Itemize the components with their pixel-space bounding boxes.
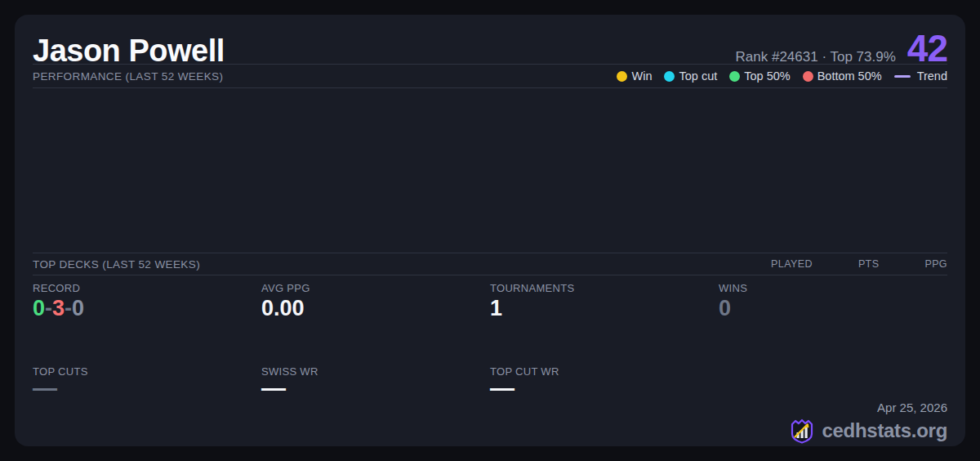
stat-label: RECORD <box>33 282 261 294</box>
legend-item-bottom50: Bottom 50% <box>803 69 882 83</box>
record-separator: - <box>45 296 52 320</box>
stat-top-cut-wr: TOP CUT WR — <box>490 365 719 446</box>
top-decks-section-title: TOP DECKS (LAST 52 WEEKS) <box>33 258 200 271</box>
column-header-ppg: PPG <box>924 258 947 270</box>
topcut-dot-icon <box>664 71 675 82</box>
stat-top-cuts: TOP CUTS — <box>33 365 261 446</box>
record-draws: 0 <box>72 296 84 320</box>
stat-label: AVG PPG <box>261 282 490 294</box>
chart-legend: Win Top cut Top 50% Bottom 50% Trend <box>617 69 947 83</box>
column-header-played: PLAYED <box>771 258 813 270</box>
win-dot-icon <box>617 71 627 82</box>
avg-ppg-value: 0.00 <box>261 297 490 321</box>
record-separator: - <box>65 296 72 320</box>
stat-record: RECORD 0-3-0 <box>33 282 261 360</box>
legend-label: Top 50% <box>744 69 790 83</box>
performance-chart-area <box>33 88 947 253</box>
top50-dot-icon <box>729 71 740 82</box>
legend-item-top50: Top 50% <box>729 69 790 83</box>
top-cuts-value: — <box>33 376 261 401</box>
legend-label: Win <box>631 69 652 83</box>
top-cut-wr-value: — <box>490 376 719 401</box>
legend-item-win: Win <box>617 69 652 83</box>
card-header: Jason Powell Rank #24631 · Top 73.9% 42 <box>33 26 947 64</box>
cedhstats-logo-icon <box>788 417 816 445</box>
rank-text: Rank #24631 · Top 73.9% <box>736 49 896 65</box>
swiss-wr-value: — <box>261 376 490 401</box>
record-value: 0-3-0 <box>33 297 261 321</box>
tournaments-value: 1 <box>490 297 719 321</box>
stat-wins: WINS 0 <box>719 282 947 360</box>
top-decks-header-row: TOP DECKS (LAST 52 WEEKS) PLAYED PTS PPG <box>33 253 947 275</box>
legend-label: Top cut <box>679 69 717 83</box>
record-losses: 3 <box>52 296 65 320</box>
legend-item-topcut: Top cut <box>664 69 717 83</box>
legend-label: Trend <box>917 69 947 83</box>
footer-date: Apr 25, 2026 <box>877 401 947 414</box>
footer-branding: Apr 25, 2026 cedhstats.org <box>719 360 947 446</box>
wins-value: 0 <box>719 297 947 321</box>
bottom50-dot-icon <box>803 71 813 82</box>
performance-header-row: PERFORMANCE (LAST 52 WEEKS) Win Top cut … <box>33 65 947 87</box>
stat-tournaments: TOURNAMENTS 1 <box>490 282 719 360</box>
stat-avg-ppg: AVG PPG 0.00 <box>261 282 490 360</box>
legend-item-trend: Trend <box>894 69 947 83</box>
stat-swiss-wr: SWISS WR — <box>261 365 490 446</box>
stat-label: WINS <box>719 282 947 294</box>
column-header-pts: PTS <box>858 258 880 270</box>
stat-label: TOURNAMENTS <box>490 282 719 294</box>
top-decks-columns: PLAYED PTS PPG <box>725 258 947 270</box>
performance-section-title: PERFORMANCE (LAST 52 WEEKS) <box>33 70 223 83</box>
brand-text: cedhstats.org <box>822 419 947 442</box>
brand-row[interactable]: cedhstats.org <box>788 417 947 445</box>
stats-grid: RECORD 0-3-0 AVG PPG 0.00 TOURNAMENTS 1 … <box>33 275 947 446</box>
trend-line-icon <box>894 75 911 78</box>
legend-label: Bottom 50% <box>817 69 882 83</box>
record-wins: 0 <box>33 296 45 320</box>
player-stats-card: Jason Powell Rank #24631 · Top 73.9% 42 … <box>15 15 965 446</box>
